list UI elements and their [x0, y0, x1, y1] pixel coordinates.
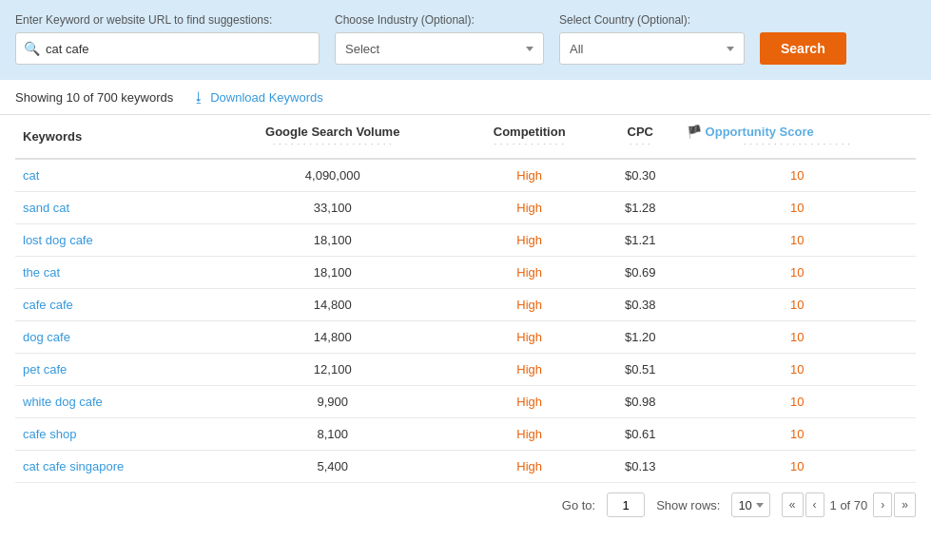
opportunity-cell: 10 [679, 192, 916, 224]
country-select-group: Select Country (Optional): All [559, 13, 745, 65]
competition-cell: High [456, 289, 602, 321]
volume-dots: · · · · · · · · · · · · · · · · · · · · [216, 140, 449, 148]
keyword-cell[interactable]: cat [15, 159, 208, 192]
flag-icon: 🏴 [687, 125, 702, 139]
cpc-cell: $0.98 [602, 386, 679, 418]
table-row: sand cat 33,100 High $1.28 10 [15, 192, 916, 224]
goto-input[interactable] [607, 492, 645, 517]
keyword-input[interactable] [46, 42, 311, 56]
cpc-cell: $1.20 [602, 321, 679, 354]
table-container: Keywords Google Search Volume · · · · · … [0, 115, 931, 483]
country-select[interactable]: All [559, 32, 745, 65]
chevron-down-icon [756, 503, 764, 508]
competition-cell: High [456, 224, 602, 257]
table-header-row: Keywords Google Search Volume · · · · · … [15, 115, 916, 159]
competition-cell: High [456, 451, 602, 483]
download-icon: ⭳ [192, 89, 205, 105]
pagination-bar: Go to: Show rows: 10 « ‹ 1 of 70 › » [0, 483, 931, 527]
volume-cell: 14,800 [208, 289, 456, 321]
cpc-cell: $0.61 [602, 418, 679, 451]
volume-cell: 18,100 [208, 224, 456, 257]
competition-cell: High [456, 321, 602, 354]
opportunity-cell: 10 [679, 289, 916, 321]
keyword-input-group: Enter Keyword or website URL to find sug… [15, 13, 320, 65]
keyword-cell[interactable]: cafe cafe [15, 289, 208, 321]
volume-cell: 18,100 [208, 257, 456, 289]
competition-cell: High [456, 257, 602, 289]
search-button[interactable]: Search [760, 32, 846, 65]
opportunity-dots: · · · · · · · · · · · · · · · · · · [687, 140, 908, 148]
industry-select[interactable]: Select [335, 32, 544, 65]
volume-cell: 9,900 [208, 386, 456, 418]
col-header-opportunity: 🏴 Opportunity Score · · · · · · · · · · … [679, 115, 916, 159]
competition-cell: High [456, 418, 602, 451]
keyword-label: Enter Keyword or website URL to find sug… [15, 13, 320, 27]
show-rows-label: Show rows: [656, 498, 720, 512]
opportunity-cell: 10 [679, 321, 916, 354]
country-label: Select Country (Optional): [559, 13, 745, 27]
first-page-button[interactable]: « [782, 492, 804, 517]
industry-select-group: Choose Industry (Optional): Select [335, 13, 544, 65]
competition-cell: High [456, 192, 602, 224]
keyword-cell[interactable]: dog cafe [15, 321, 208, 354]
col-header-cpc: CPC · · · · [602, 115, 679, 159]
keyword-cell[interactable]: pet cafe [15, 354, 208, 386]
col-header-keyword: Keywords [15, 115, 208, 159]
cpc-cell: $1.28 [602, 192, 679, 224]
opportunity-cell: 10 [679, 354, 916, 386]
volume-cell: 33,100 [208, 192, 456, 224]
cpc-cell: $0.38 [602, 289, 679, 321]
opportunity-header-wrapper: 🏴 Opportunity Score [687, 125, 908, 139]
volume-cell: 14,800 [208, 321, 456, 354]
download-link[interactable]: ⭳ Download Keywords [192, 89, 323, 105]
col-header-opportunity-label: Opportunity Score [706, 125, 814, 139]
keyword-cell[interactable]: white dog cafe [15, 386, 208, 418]
cpc-dots: · · · · [610, 140, 671, 148]
cpc-cell: $0.51 [602, 354, 679, 386]
show-rows-select[interactable]: 10 [731, 492, 769, 517]
competition-dots: · · · · · · · · · · · · [464, 140, 594, 148]
prev-page-button[interactable]: ‹ [805, 492, 824, 517]
competition-cell: High [456, 159, 602, 192]
table-body: cat 4,090,000 High $0.30 10 sand cat 33,… [15, 159, 916, 483]
industry-select-value: Select [345, 42, 379, 56]
volume-cell: 8,100 [208, 418, 456, 451]
download-label: Download Keywords [210, 90, 323, 105]
table-row: dog cafe 14,800 High $1.20 10 [15, 321, 916, 354]
keyword-input-wrapper: 🔍 [15, 32, 320, 65]
table-row: pet cafe 12,100 High $0.51 10 [15, 354, 916, 386]
keywords-table: Keywords Google Search Volume · · · · · … [15, 115, 916, 483]
subbar: Showing 10 of 700 keywords ⭳ Download Ke… [0, 80, 931, 115]
keyword-cell[interactable]: sand cat [15, 192, 208, 224]
next-page-button[interactable]: › [873, 492, 892, 517]
keyword-cell[interactable]: lost dog cafe [15, 224, 208, 257]
last-page-button[interactable]: » [894, 492, 916, 517]
table-row: the cat 18,100 High $0.69 10 [15, 257, 916, 289]
col-header-competition: Competition · · · · · · · · · · · · [456, 115, 602, 159]
keyword-cell[interactable]: the cat [15, 257, 208, 289]
competition-cell: High [456, 354, 602, 386]
keyword-cell[interactable]: cat cafe singapore [15, 451, 208, 483]
opportunity-cell: 10 [679, 224, 916, 257]
cpc-cell: $0.69 [602, 257, 679, 289]
top-bar: Enter Keyword or website URL to find sug… [0, 0, 931, 80]
keyword-cell[interactable]: cafe shop [15, 418, 208, 451]
table-row: white dog cafe 9,900 High $0.98 10 [15, 386, 916, 418]
table-row: cafe cafe 14,800 High $0.38 10 [15, 289, 916, 321]
cpc-cell: $1.21 [602, 224, 679, 257]
col-header-volume: Google Search Volume · · · · · · · · · ·… [208, 115, 456, 159]
table-row: lost dog cafe 18,100 High $1.21 10 [15, 224, 916, 257]
page-info: 1 of 70 [826, 498, 872, 512]
goto-label: Go to: [562, 498, 595, 512]
competition-cell: High [456, 386, 602, 418]
showing-text: Showing 10 of 700 keywords [15, 90, 173, 105]
industry-label: Choose Industry (Optional): [335, 13, 544, 27]
table-row: cat cafe singapore 5,400 High $0.13 10 [15, 451, 916, 483]
volume-cell: 4,090,000 [208, 159, 456, 192]
chevron-down-icon [526, 47, 533, 51]
country-select-value: All [570, 42, 583, 56]
cpc-cell: $0.13 [602, 451, 679, 483]
table-row: cafe shop 8,100 High $0.61 10 [15, 418, 916, 451]
show-rows-value: 10 [738, 498, 751, 512]
col-header-volume-label: Google Search Volume [265, 125, 399, 139]
